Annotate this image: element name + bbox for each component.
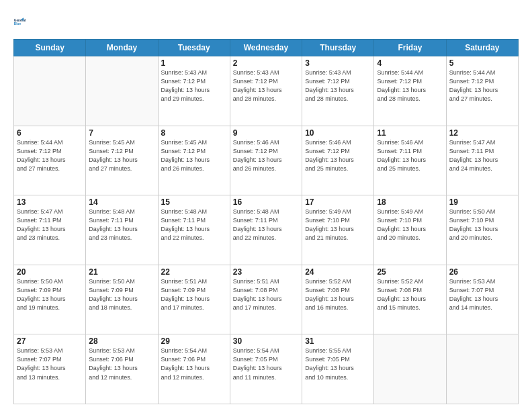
day-number: 31 [305, 336, 371, 346]
day-number: 23 [233, 267, 299, 277]
calendar-cell: 5Sunrise: 5:44 AM Sunset: 7:12 PM Daylig… [446, 56, 518, 126]
calendar-cell: 14Sunrise: 5:48 AM Sunset: 7:11 PM Dayli… [86, 195, 158, 265]
day-number: 24 [305, 267, 371, 277]
calendar-cell: 9Sunrise: 5:46 AM Sunset: 7:12 PM Daylig… [230, 126, 302, 195]
day-number: 19 [449, 197, 515, 207]
day-number: 12 [449, 128, 515, 138]
calendar-cell: 25Sunrise: 5:52 AM Sunset: 7:08 PM Dayli… [374, 265, 446, 334]
logo: General Blue [13, 12, 34, 32]
week-row-2: 6Sunrise: 5:44 AM Sunset: 7:12 PM Daylig… [14, 126, 519, 195]
day-info: Sunrise: 5:47 AM Sunset: 7:11 PM Dayligh… [17, 208, 83, 242]
day-number: 9 [233, 128, 299, 138]
day-number: 29 [161, 336, 227, 346]
day-info: Sunrise: 5:43 AM Sunset: 7:12 PM Dayligh… [305, 68, 371, 103]
day-number: 25 [377, 267, 443, 277]
calendar-cell: 18Sunrise: 5:49 AM Sunset: 7:10 PM Dayli… [374, 195, 446, 265]
calendar-cell: 17Sunrise: 5:49 AM Sunset: 7:10 PM Dayli… [302, 195, 374, 265]
calendar-cell: 23Sunrise: 5:51 AM Sunset: 7:08 PM Dayli… [230, 265, 302, 334]
day-info: Sunrise: 5:46 AM Sunset: 7:11 PM Dayligh… [377, 138, 443, 173]
calendar-cell: 16Sunrise: 5:48 AM Sunset: 7:11 PM Dayli… [230, 195, 302, 265]
day-info: Sunrise: 5:46 AM Sunset: 7:12 PM Dayligh… [233, 138, 299, 173]
day-info: Sunrise: 5:45 AM Sunset: 7:12 PM Dayligh… [161, 138, 227, 173]
weekday-header-row: SundayMondayTuesdayWednesdayThursdayFrid… [14, 40, 519, 56]
calendar-cell: 15Sunrise: 5:48 AM Sunset: 7:11 PM Dayli… [158, 195, 230, 265]
day-number: 14 [89, 197, 154, 207]
day-info: Sunrise: 5:50 AM Sunset: 7:09 PM Dayligh… [17, 277, 83, 312]
day-number: 2 [233, 58, 299, 68]
day-number: 21 [89, 267, 154, 277]
calendar-cell: 24Sunrise: 5:52 AM Sunset: 7:08 PM Dayli… [302, 265, 374, 334]
day-number: 13 [17, 197, 83, 207]
day-info: Sunrise: 5:54 AM Sunset: 7:05 PM Dayligh… [233, 347, 299, 381]
svg-text:General: General [14, 19, 26, 22]
day-info: Sunrise: 5:46 AM Sunset: 7:12 PM Dayligh… [305, 138, 371, 173]
day-number: 16 [233, 197, 299, 207]
day-number: 22 [161, 267, 227, 277]
day-info: Sunrise: 5:53 AM Sunset: 7:07 PM Dayligh… [17, 347, 83, 381]
svg-text:Blue: Blue [14, 22, 21, 26]
calendar-cell: 2Sunrise: 5:43 AM Sunset: 7:12 PM Daylig… [230, 56, 302, 126]
day-info: Sunrise: 5:52 AM Sunset: 7:08 PM Dayligh… [377, 277, 443, 312]
calendar-cell [446, 334, 518, 404]
day-info: Sunrise: 5:47 AM Sunset: 7:11 PM Dayligh… [449, 138, 515, 173]
day-info: Sunrise: 5:51 AM Sunset: 7:08 PM Dayligh… [233, 277, 299, 312]
day-info: Sunrise: 5:49 AM Sunset: 7:10 PM Dayligh… [377, 208, 443, 242]
calendar-cell [86, 56, 158, 126]
day-info: Sunrise: 5:45 AM Sunset: 7:12 PM Dayligh… [89, 138, 154, 173]
calendar-cell [374, 334, 446, 404]
day-number: 11 [377, 128, 443, 138]
day-info: Sunrise: 5:44 AM Sunset: 7:12 PM Dayligh… [17, 138, 83, 173]
week-row-3: 13Sunrise: 5:47 AM Sunset: 7:11 PM Dayli… [14, 195, 519, 265]
day-info: Sunrise: 5:50 AM Sunset: 7:09 PM Dayligh… [89, 277, 154, 312]
day-number: 30 [233, 336, 299, 346]
day-info: Sunrise: 5:53 AM Sunset: 7:06 PM Dayligh… [89, 347, 154, 381]
day-number: 8 [161, 128, 227, 138]
weekday-header-wednesday: Wednesday [230, 40, 302, 56]
day-number: 17 [305, 197, 371, 207]
week-row-5: 27Sunrise: 5:53 AM Sunset: 7:07 PM Dayli… [14, 334, 519, 404]
week-row-1: 1Sunrise: 5:43 AM Sunset: 7:12 PM Daylig… [14, 56, 519, 126]
calendar-cell: 21Sunrise: 5:50 AM Sunset: 7:09 PM Dayli… [86, 265, 158, 334]
day-number: 6 [17, 128, 83, 138]
calendar-cell: 10Sunrise: 5:46 AM Sunset: 7:12 PM Dayli… [302, 126, 374, 195]
weekday-header-monday: Monday [86, 40, 158, 56]
logo-icon: General Blue [13, 12, 34, 32]
week-row-4: 20Sunrise: 5:50 AM Sunset: 7:09 PM Dayli… [14, 265, 519, 334]
day-number: 27 [17, 336, 83, 346]
day-number: 28 [89, 336, 154, 346]
calendar-cell: 29Sunrise: 5:54 AM Sunset: 7:06 PM Dayli… [158, 334, 230, 404]
day-info: Sunrise: 5:51 AM Sunset: 7:09 PM Dayligh… [161, 277, 227, 312]
calendar-cell: 22Sunrise: 5:51 AM Sunset: 7:09 PM Dayli… [158, 265, 230, 334]
day-info: Sunrise: 5:48 AM Sunset: 7:11 PM Dayligh… [161, 208, 227, 242]
day-number: 26 [449, 267, 515, 277]
calendar-cell: 31Sunrise: 5:55 AM Sunset: 7:05 PM Dayli… [302, 334, 374, 404]
day-info: Sunrise: 5:48 AM Sunset: 7:11 PM Dayligh… [233, 208, 299, 242]
day-info: Sunrise: 5:55 AM Sunset: 7:05 PM Dayligh… [305, 347, 371, 381]
weekday-header-tuesday: Tuesday [158, 40, 230, 56]
calendar-table: SundayMondayTuesdayWednesdayThursdayFrid… [13, 39, 519, 404]
calendar-cell: 1Sunrise: 5:43 AM Sunset: 7:12 PM Daylig… [158, 56, 230, 126]
calendar-cell: 28Sunrise: 5:53 AM Sunset: 7:06 PM Dayli… [86, 334, 158, 404]
calendar-cell: 3Sunrise: 5:43 AM Sunset: 7:12 PM Daylig… [302, 56, 374, 126]
day-number: 20 [17, 267, 83, 277]
calendar-cell: 30Sunrise: 5:54 AM Sunset: 7:05 PM Dayli… [230, 334, 302, 404]
calendar-cell: 8Sunrise: 5:45 AM Sunset: 7:12 PM Daylig… [158, 126, 230, 195]
day-number: 3 [305, 58, 371, 68]
day-number: 1 [161, 58, 227, 68]
day-info: Sunrise: 5:48 AM Sunset: 7:11 PM Dayligh… [89, 208, 154, 242]
calendar-cell: 26Sunrise: 5:53 AM Sunset: 7:07 PM Dayli… [446, 265, 518, 334]
day-number: 7 [89, 128, 154, 138]
calendar-cell [14, 56, 86, 126]
day-number: 10 [305, 128, 371, 138]
day-number: 4 [377, 58, 443, 68]
day-info: Sunrise: 5:44 AM Sunset: 7:12 PM Dayligh… [449, 68, 515, 103]
calendar-cell: 11Sunrise: 5:46 AM Sunset: 7:11 PM Dayli… [374, 126, 446, 195]
day-number: 15 [161, 197, 227, 207]
calendar-cell: 19Sunrise: 5:50 AM Sunset: 7:10 PM Dayli… [446, 195, 518, 265]
calendar-cell: 13Sunrise: 5:47 AM Sunset: 7:11 PM Dayli… [14, 195, 86, 265]
day-info: Sunrise: 5:50 AM Sunset: 7:10 PM Dayligh… [449, 208, 515, 242]
day-info: Sunrise: 5:43 AM Sunset: 7:12 PM Dayligh… [161, 68, 227, 103]
calendar-cell: 12Sunrise: 5:47 AM Sunset: 7:11 PM Dayli… [446, 126, 518, 195]
calendar-cell: 20Sunrise: 5:50 AM Sunset: 7:09 PM Dayli… [14, 265, 86, 334]
calendar-cell: 27Sunrise: 5:53 AM Sunset: 7:07 PM Dayli… [14, 334, 86, 404]
